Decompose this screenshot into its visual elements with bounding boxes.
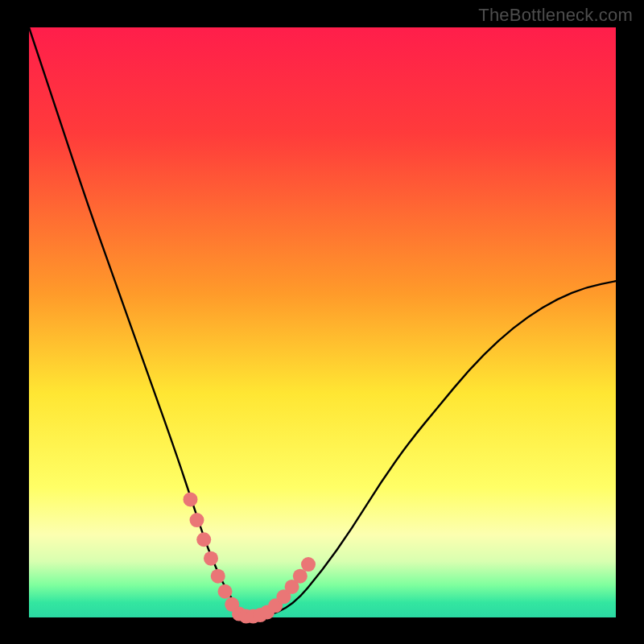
watermark-text: TheBottleneck.com — [478, 5, 633, 26]
highlight-dot — [183, 492, 197, 506]
highlight-dot — [301, 557, 316, 572]
chart-stage: TheBottleneck.com — [0, 0, 644, 644]
highlight-dot — [189, 513, 204, 527]
highlight-dot — [196, 532, 211, 547]
bottleneck-chart — [0, 0, 644, 644]
highlight-dot — [204, 551, 218, 566]
highlight-dot — [211, 569, 225, 584]
highlight-dot — [217, 584, 232, 599]
gradient-background — [29, 27, 616, 617]
highlight-dot — [293, 569, 308, 584]
